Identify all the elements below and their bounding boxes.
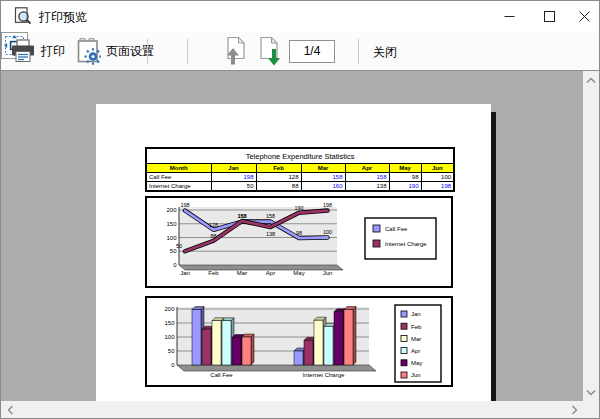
chevron-left-icon: [7, 405, 14, 415]
minimize-button[interactable]: [489, 1, 529, 32]
toolbar-separator: [358, 39, 359, 64]
page-down-icon: [257, 36, 283, 67]
chart-text: 88: [210, 233, 216, 239]
legend-swatch: [373, 240, 380, 247]
chart-text: 198: [180, 202, 189, 208]
scroll-up-button[interactable]: [586, 76, 596, 84]
bar: [334, 312, 343, 365]
bar: [314, 320, 323, 365]
chart-text: Mar: [411, 336, 421, 342]
bar-side: [251, 334, 254, 365]
legend-swatch: [401, 372, 407, 378]
close-icon: [579, 11, 590, 22]
chart-text: 160: [237, 213, 246, 219]
bar: [202, 329, 211, 365]
chart-text: Jan: [411, 311, 421, 317]
chart-text: Mar: [237, 270, 247, 276]
legend-box: [365, 218, 436, 259]
toolbar: 打印 页面设置: [1, 32, 599, 71]
chart-text: Call Fee: [385, 226, 408, 232]
maximize-button[interactable]: [529, 1, 569, 32]
cell-value: 138: [345, 182, 389, 192]
cell-value: 158: [345, 173, 389, 182]
legend-swatch: [401, 348, 407, 354]
bar: [294, 351, 303, 365]
chart-text: 198: [323, 202, 332, 208]
chart-text: 50: [176, 243, 182, 249]
chart-text: Internet Charge: [303, 372, 345, 378]
chart-text: 138: [266, 231, 275, 237]
column-header: Feb: [256, 164, 301, 173]
print-button[interactable]: 打印: [10, 39, 65, 63]
chart-text: 98: [296, 230, 302, 236]
next-page-button[interactable]: [257, 36, 283, 67]
chart-text: 50: [168, 348, 175, 354]
print-preview-icon: [14, 7, 33, 26]
chart-text: Apr: [411, 348, 420, 354]
chevron-down-icon: [586, 389, 596, 396]
minimize-icon: [504, 11, 515, 22]
cell-value: 190: [389, 182, 421, 192]
scroll-down-button[interactable]: [586, 388, 596, 396]
chart-text: 158: [266, 213, 275, 219]
page-setup-button[interactable]: 页面设置: [77, 38, 154, 65]
bar: [222, 321, 231, 365]
scroll-right-button[interactable]: [570, 405, 578, 415]
chart-text: 100: [323, 229, 332, 235]
chart-text: Apr: [266, 270, 275, 276]
previous-page-button[interactable]: [223, 36, 249, 67]
chart-text: Feb: [208, 270, 219, 276]
close-preview-button[interactable]: 关闭: [373, 44, 397, 61]
bar-chart: 050100150200Call FeeInternet ChargeJanFe…: [145, 296, 453, 387]
vertical-scrollbar[interactable]: [583, 71, 599, 401]
bar: [242, 337, 251, 365]
chart-text: May: [293, 270, 304, 276]
bar-side: [353, 307, 356, 365]
cell-value: 198: [421, 182, 454, 192]
page-up-icon: [223, 36, 249, 67]
chart-text: 100: [164, 334, 175, 340]
chart-text: Jun: [411, 372, 421, 378]
legend-swatch: [401, 311, 407, 317]
chart-text: May: [411, 360, 422, 366]
cell-value: 128: [256, 173, 301, 182]
chart-text: 100: [166, 235, 177, 241]
legend-swatch: [401, 335, 407, 341]
chart-floor: [177, 365, 376, 371]
chart-text: 200: [166, 207, 177, 213]
chart-text: 150: [166, 221, 177, 227]
chevron-right-icon: [571, 405, 578, 415]
cell-value: 160: [301, 182, 345, 192]
column-header: May: [389, 164, 421, 173]
chart-text: Jun: [323, 270, 333, 276]
cell-value: 50: [211, 182, 256, 192]
horizontal-scrollbar[interactable]: [1, 401, 599, 418]
chart-text: 128: [209, 222, 218, 228]
print-button-label: 打印: [41, 43, 65, 60]
legend-swatch: [401, 323, 407, 329]
bar: [232, 338, 241, 365]
window-title: 打印预览: [39, 9, 87, 26]
printer-icon: [10, 39, 36, 63]
chart-text: 0: [173, 262, 177, 268]
bar: [304, 340, 313, 365]
preview-viewport: Telephone Expenditure StatisticsMonthJan…: [1, 71, 583, 401]
page-indicator[interactable]: 1/4: [289, 40, 335, 63]
bar: [192, 310, 201, 365]
column-header: Apr: [345, 164, 389, 173]
expenditure-table: Telephone Expenditure StatisticsMonthJan…: [145, 147, 455, 192]
bar: [344, 310, 353, 365]
scroll-left-button[interactable]: [6, 405, 14, 415]
close-button[interactable]: [569, 1, 599, 32]
chart-text: 50: [170, 248, 177, 254]
page-shadow: [491, 112, 496, 401]
titlebar: 打印预览: [1, 1, 599, 32]
print-preview-window: 打印预览 打印: [0, 0, 600, 419]
legend-swatch: [401, 360, 407, 366]
column-header: Jan: [211, 164, 256, 173]
toolbar-separator: [187, 39, 188, 64]
maximize-icon: [544, 11, 555, 22]
chart-floor: [179, 265, 343, 270]
chart-text: 150: [164, 320, 175, 326]
cell-value: 198: [211, 173, 256, 182]
